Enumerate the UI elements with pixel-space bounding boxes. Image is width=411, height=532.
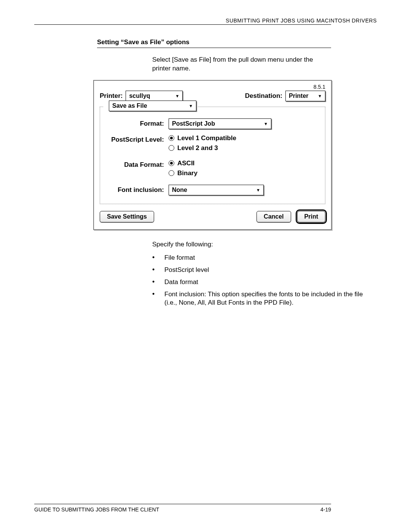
bullet-icon: • [152, 266, 164, 274]
format-label: Format: [106, 118, 169, 128]
chevron-down-icon: ▼ [264, 121, 268, 126]
radio-unselected-icon [169, 145, 174, 151]
section-heading: Setting “Save as File” options [97, 38, 377, 46]
bullet-text: PostScript level [164, 266, 377, 274]
page-footer: GUIDE TO SUBMITTING JOBS FROM THE CLIENT… [34, 504, 331, 513]
ps-level-1-radio[interactable]: Level 1 Compatible [169, 134, 319, 142]
chevron-down-icon: ▼ [189, 104, 193, 108]
panel-value: Save as File [112, 102, 147, 109]
options-fieldset: Save as File ▼ Format: PostScript Job ▼ … [100, 107, 325, 204]
format-row: Format: PostScript Job ▼ [106, 118, 319, 129]
format-value: PostScript Job [172, 120, 215, 127]
font-inclusion-value: None [172, 187, 187, 193]
font-inclusion-row: Font inclusion: None ▼ [106, 185, 319, 195]
bullet-text: Font inclusion: This option specifies th… [164, 290, 377, 307]
ps-level-label: PostScript Level: [106, 134, 169, 144]
data-format-row: Data Format: ASCII Binary [106, 160, 319, 179]
save-settings-button[interactable]: Save Settings [100, 211, 154, 222]
binary-label: Binary [177, 169, 198, 177]
printer-dropdown[interactable]: scullyq ▼ [126, 91, 183, 101]
bullet-icon: • [152, 254, 164, 262]
bullet-icon: • [152, 278, 164, 286]
list-item: • File format [152, 254, 377, 262]
font-inclusion-dropdown[interactable]: None ▼ [169, 185, 264, 195]
ps-level-2-label: Level 2 and 3 [177, 144, 218, 152]
cancel-button[interactable]: Cancel [256, 211, 291, 222]
radio-unselected-icon [169, 170, 174, 176]
specify-text: Specify the following: [152, 241, 377, 248]
format-dropdown[interactable]: PostScript Job ▼ [169, 118, 271, 129]
dialog-footer: Save Settings Cancel Print [100, 211, 325, 222]
data-format-ascii-radio[interactable]: ASCII [169, 160, 319, 167]
intro-paragraph: Select [Save as File] from the pull down… [152, 56, 331, 73]
radio-selected-icon [169, 160, 174, 166]
page-content: SUBMITTING PRINT JOBS USING MACINTOSH DR… [34, 18, 377, 513]
bullet-text: File format [164, 254, 377, 262]
list-item: • Data format [152, 278, 377, 286]
footer-page-number: 4-19 [320, 506, 331, 513]
fieldset-inner: Format: PostScript Job ▼ PostScript Leve… [100, 107, 325, 204]
postscript-level-row: PostScript Level: Level 1 Compatible Lev… [106, 134, 319, 154]
ps-level-1-label: Level 1 Compatible [177, 134, 236, 142]
font-inclusion-label: Font inclusion: [106, 185, 169, 194]
ascii-label: ASCII [177, 160, 194, 167]
destination-label: Destination: [245, 92, 282, 100]
dialog-version: 8.5.1 [100, 84, 325, 90]
print-button[interactable]: Print [297, 211, 325, 222]
panel-legend: Save as File ▼ [104, 101, 198, 111]
chevron-down-icon: ▼ [256, 188, 260, 192]
bullet-text: Data format [164, 278, 377, 286]
section-rule [97, 48, 331, 48]
data-format-label: Data Format: [106, 160, 169, 169]
bullet-list: • File format • PostScript level • Data … [152, 254, 377, 307]
destination-value: Printer [289, 93, 309, 99]
printer-value: scullyq [129, 93, 150, 99]
panel-dropdown[interactable]: Save as File ▼ [109, 101, 196, 111]
printer-label: Printer: [100, 92, 123, 100]
header-rule [34, 24, 331, 25]
list-item: • PostScript level [152, 266, 377, 274]
list-item: • Font inclusion: This option specifies … [152, 290, 377, 307]
ps-level-2-radio[interactable]: Level 2 and 3 [169, 144, 319, 152]
printer-group: Printer: scullyq ▼ [100, 91, 183, 101]
chevron-down-icon: ▼ [318, 94, 322, 98]
footer-rule [34, 504, 331, 504]
chevron-down-icon: ▼ [175, 94, 180, 98]
destination-group: Destination: Printer ▼ [245, 91, 325, 101]
print-dialog: 8.5.1 Printer: scullyq ▼ Destination: Pr… [93, 80, 332, 230]
destination-dropdown[interactable]: Printer ▼ [285, 91, 325, 101]
dialog-top-row: Printer: scullyq ▼ Destination: Printer … [100, 91, 325, 101]
footer-left-text: GUIDE TO SUBMITTING JOBS FROM THE CLIENT [34, 506, 159, 513]
running-header: SUBMITTING PRINT JOBS USING MACINTOSH DR… [34, 18, 377, 24]
footer-right-buttons: Cancel Print [256, 211, 325, 222]
bullet-icon: • [152, 290, 164, 307]
radio-selected-icon [169, 135, 174, 141]
data-format-binary-radio[interactable]: Binary [169, 169, 319, 177]
